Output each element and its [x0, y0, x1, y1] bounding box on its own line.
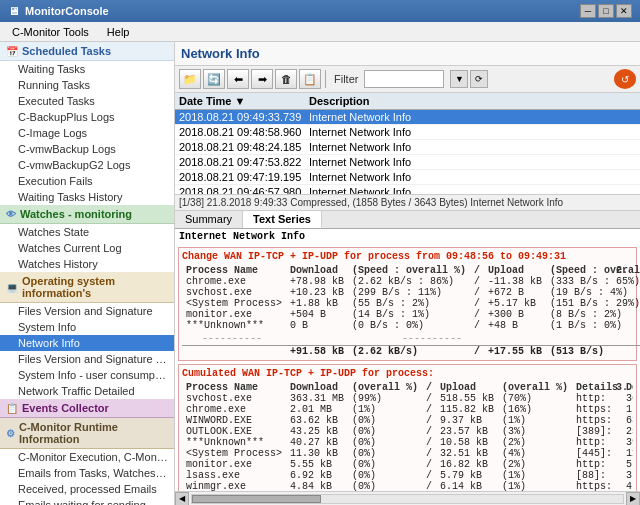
row-description: Internet Network Info [309, 141, 636, 153]
table-row: OUTLOOK.EXE43.25 kB(0%)/23.57 kB(3%)[389… [182, 426, 633, 437]
window-controls: ─ □ ✕ [580, 4, 632, 18]
sidebar-item-emails-tasks[interactable]: Emails from Tasks, Watches waiting for s… [0, 465, 174, 481]
row-datetime: 2018.08.21 09:47:19.195 [179, 171, 309, 183]
td-process: <System Process> [182, 298, 286, 309]
toolbar-btn-copy[interactable]: 📋 [299, 69, 321, 89]
scheduled-tasks-label: Scheduled Tasks [22, 45, 111, 57]
col-datetime[interactable]: Date Time ▼ [179, 95, 309, 107]
toolbar-btn-forward[interactable]: ➡ [251, 69, 273, 89]
scroll-track[interactable] [191, 494, 624, 504]
table-row: WINWORD.EXE63.62 kB(0%)/9.37 kB(1%)https… [182, 415, 633, 426]
filter-input[interactable] [364, 70, 444, 88]
scroll-left[interactable]: ◀ [175, 492, 189, 506]
td-ul: -11.38 kB [484, 276, 546, 287]
runtime-icon: ⚙ [6, 428, 15, 439]
sidebar-item-system-info[interactable]: System Info [0, 319, 174, 335]
toolbar-separator [325, 70, 326, 88]
col-description[interactable]: Description [309, 95, 636, 107]
sidebar-item-watches-history[interactable]: Watches History [0, 256, 174, 272]
sidebar-item-system-info-user[interactable]: System Info - user consumption [0, 367, 174, 383]
sidebar-item-executed-tasks[interactable]: Executed Tasks [0, 93, 174, 109]
table-row: winmgr.exe4.84 kB(0%)/6.14 kB(1%)https:4… [182, 481, 633, 491]
section-events-collector[interactable]: 📋 Events Collector [0, 399, 174, 418]
table-row[interactable]: 2018.08.21 09:47:19.195 Internet Network… [175, 170, 640, 185]
td-ul-speed: (333 B/s : 65%) [546, 276, 640, 287]
td-process: svchost.exe [182, 287, 286, 298]
os-label: Operating system information's [22, 275, 168, 299]
toolbar-btn-refresh[interactable]: 🔄 [203, 69, 225, 89]
sidebar-item-files-version[interactable]: Files Version and Signature [0, 303, 174, 319]
table-row[interactable]: 2018.08.21 09:46:57.980 Internet Network… [175, 185, 640, 195]
scroll-thumb[interactable] [192, 495, 321, 503]
section-operating-system[interactable]: 💻 Operating system information's [0, 272, 174, 303]
section-scheduled-tasks[interactable]: 📅 Scheduled Tasks [0, 42, 174, 61]
table-row[interactable]: 2018.08.21 09:49:33.739 Internet Network… [175, 110, 640, 125]
tab-text-series[interactable]: Text Series [243, 211, 322, 228]
app-title: MonitorConsole [25, 5, 109, 17]
table-total-row: +91.58 kB(2.62 kB/s)/+17.55 kB(513 B/s) [182, 346, 640, 358]
sidebar-item-waiting-tasks[interactable]: Waiting Tasks [0, 61, 174, 77]
table-row: svchost.exe+10.23 kB(299 B/s : 11%)/+672… [182, 287, 640, 298]
table-row: ---------- ---------- [182, 331, 640, 346]
table-row[interactable]: 2018.08.21 09:48:58.960 Internet Network… [175, 125, 640, 140]
bottom-scrollbar[interactable]: ◀ ▶ [175, 491, 640, 505]
tab-summary[interactable]: Summary [175, 211, 243, 228]
events-icon: 📋 [6, 403, 18, 414]
row-description: Internet Network Info [309, 156, 636, 168]
toolbar-btn-reload[interactable]: ↺ [614, 69, 636, 89]
table-row[interactable]: 2018.08.21 09:47:53.822 Internet Network… [175, 155, 640, 170]
sidebar-item-network-traffic[interactable]: Network Traffic Detailed [0, 383, 174, 399]
events-label: Events Collector [22, 402, 109, 414]
section-watches-monitoring[interactable]: 👁 Watches - monitoring [0, 205, 174, 224]
status-bar: [1/38] 21.8.2018 9:49:33 Compressed, (18… [175, 195, 640, 211]
sidebar-item-watches-current[interactable]: Watches Current Log [0, 240, 174, 256]
table-row[interactable]: 2018.08.21 09:48:24.185 Internet Network… [175, 140, 640, 155]
section-cmonitor-runtime[interactable]: ⚙ C-Monitor Runtime Information [0, 418, 174, 449]
table-row: svchost.exe363.31 MB(99%)/518.55 kB(70%)… [182, 393, 633, 404]
sidebar-item-waiting-history[interactable]: Waiting Tasks History [0, 189, 174, 205]
sidebar-item-cbackupplus[interactable]: C-BackupPlus Logs [0, 109, 174, 125]
detail-content: Internet Network Info Change WAN IP-TCP … [175, 229, 640, 491]
minimize-button[interactable]: ─ [580, 4, 596, 18]
toolbar-btn-back[interactable]: ⬅ [227, 69, 249, 89]
section1-table: Process Name Download (Speed : overall %… [182, 265, 640, 357]
filter-icon-1[interactable]: ▼ [450, 70, 468, 88]
watches-label: Watches - monitoring [20, 208, 132, 220]
th2-sep: / [422, 382, 436, 393]
sidebar-item-files-version-history[interactable]: Files Version and Signature History [0, 351, 174, 367]
td-process: ***Unknown*** [182, 320, 286, 331]
table-row: monitor.exe5.55 kB(0%)/16.82 kB(2%)http:… [182, 459, 633, 470]
sidebar-item-cvmwbackup[interactable]: C-vmwBackup Logs [0, 141, 174, 157]
sidebar-item-network-info[interactable]: Network Info [0, 335, 174, 351]
th2-dl: Download [286, 382, 348, 393]
toolbar-btn-open[interactable]: 📁 [179, 69, 201, 89]
maximize-button[interactable]: □ [598, 4, 614, 18]
td-process: chrome.exe [182, 276, 286, 287]
th-process: Process Name [182, 265, 286, 276]
main-layout: 📅 Scheduled Tasks Waiting Tasks Running … [0, 42, 640, 505]
sidebar-item-running-tasks[interactable]: Running Tasks [0, 77, 174, 93]
sidebar-item-cimage[interactable]: C-Image Logs [0, 125, 174, 141]
menu-help[interactable]: Help [99, 24, 138, 40]
close-button[interactable]: ✕ [616, 4, 632, 18]
sidebar-item-cmonitor-log[interactable]: C-Monitor Execution, C-Monitor Log Histo… [0, 449, 174, 465]
table-row: ***Unknown***40.27 kB(0%)/10.58 kB(2%)ht… [182, 437, 633, 448]
row-description: Internet Network Info [309, 126, 636, 138]
td-process: monitor.exe [182, 309, 286, 320]
sidebar-item-received-emails[interactable]: Received, processed Emails [0, 481, 174, 497]
sidebar-item-emails-waiting[interactable]: Emails waiting for sending [0, 497, 174, 505]
scroll-right[interactable]: ▶ [626, 492, 640, 506]
sidebar-item-execution-fails[interactable]: Execution Fails [0, 173, 174, 189]
menu-cmonitor-tools[interactable]: C-Monitor Tools [4, 24, 97, 40]
sidebar-item-watches-state[interactable]: Watches State [0, 224, 174, 240]
content-header: Network Info [175, 42, 640, 66]
toolbar-btn-delete[interactable]: 🗑 [275, 69, 297, 89]
filter-icon-2[interactable]: ⟳ [470, 70, 488, 88]
th2-process: Process Name [182, 382, 286, 393]
td-dl-speed: (2.62 kB/s : 86%) [348, 276, 470, 287]
section1-number: 2. [616, 265, 628, 276]
table-row: <System Process>+1.88 kB(55 B/s : 2%)/+5… [182, 298, 640, 309]
section2-scroll[interactable]: Process Name Download (overall %) / Uplo… [182, 382, 633, 491]
sidebar-item-cvmwbackupg2[interactable]: C-vmwBackupG2 Logs [0, 157, 174, 173]
content-title: Network Info [181, 46, 634, 61]
